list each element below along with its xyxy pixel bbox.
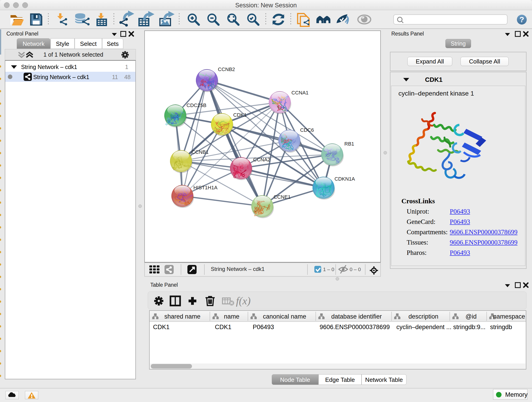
svg-text:name: name	[224, 313, 239, 320]
svg-text:@id: @id	[466, 313, 476, 320]
svg-text:CDC25B: CDC25B	[186, 102, 206, 108]
svg-text:CCNA2: CCNA2	[253, 157, 270, 162]
svg-text:CDKN1A: CDKN1A	[335, 176, 355, 182]
svg-text:shared name: shared name	[164, 313, 201, 320]
svg-text:CCNE1: CCNE1	[273, 194, 291, 200]
svg-text:canonical name: canonical name	[263, 313, 306, 320]
svg-text:CCNB2: CCNB2	[218, 66, 235, 72]
svg-text:CCNA1: CCNA1	[291, 90, 309, 96]
svg-text:namespace: namespace	[493, 313, 525, 320]
svg-text:CCNB1: CCNB1	[191, 149, 209, 155]
svg-text:f(x): f(x)	[236, 295, 251, 307]
svg-text:database identifier: database identifier	[331, 313, 382, 320]
svg-text:HIST1H1A: HIST1H1A	[193, 185, 217, 191]
svg-text:description: description	[409, 313, 438, 320]
svg-text:CDK1: CDK1	[233, 112, 247, 118]
svg-text:RB1: RB1	[344, 141, 354, 147]
svg-text:CDC6: CDC6	[300, 127, 314, 133]
